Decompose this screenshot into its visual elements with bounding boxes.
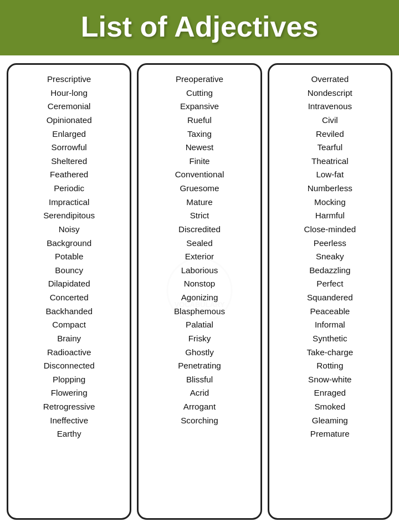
list-item: Ineffective xyxy=(50,414,88,428)
list-item: Periodic xyxy=(54,182,84,196)
list-item: Concerted xyxy=(50,291,89,305)
list-item: Cutting xyxy=(186,86,213,100)
list-item: Noisy xyxy=(59,223,80,237)
list-item: Take-charge xyxy=(307,346,354,360)
list-item: Agonizing xyxy=(181,291,218,305)
list-item: Hour-long xyxy=(50,86,88,100)
list-item: Strict xyxy=(190,209,209,223)
list-item: Newest xyxy=(186,141,214,155)
list-item: Backhanded xyxy=(45,305,92,319)
list-item: Bedazzling xyxy=(309,264,350,278)
list-item: Numberless xyxy=(308,182,352,196)
list-item: Penetrating xyxy=(178,359,221,373)
list-item: Compact xyxy=(52,318,86,332)
list-item: Expansive xyxy=(180,100,219,114)
list-item: Smoked xyxy=(314,400,345,414)
list-item: Gruesome xyxy=(180,182,219,196)
list-item: Synthetic xyxy=(313,332,347,346)
list-item: Peaceable xyxy=(310,305,350,319)
list-item: Reviled xyxy=(316,127,344,141)
list-item: Blissful xyxy=(186,373,213,387)
list-item: Brainy xyxy=(57,332,81,346)
list-item: Civil xyxy=(322,114,338,127)
list-item: Disconnected xyxy=(44,359,95,373)
list-item: Harmful xyxy=(315,209,345,223)
list-item: Preoperative xyxy=(176,73,223,86)
list-item: Sorrowful xyxy=(52,141,87,155)
list-item: Acrid xyxy=(190,386,209,400)
list-item: Snow-white xyxy=(308,373,352,387)
list-item: Sneaky xyxy=(316,250,344,264)
column-2: i VOCABULARY PreoperativeCuttingExpansiv… xyxy=(137,63,262,520)
list-item: Blasphemous xyxy=(174,305,225,319)
list-item: Informal xyxy=(315,318,345,332)
list-item: Radioactive xyxy=(47,346,91,360)
list-item: Flowering xyxy=(51,386,88,400)
list-item: Feathered xyxy=(50,168,88,182)
list-item: Retrogressive xyxy=(43,400,95,414)
list-item: Ceremonial xyxy=(48,100,91,114)
list-item: Dilapidated xyxy=(48,277,90,291)
column-3: OverratedNondescriptIntravenousCivilRevi… xyxy=(268,63,392,520)
list-item: Sheltered xyxy=(51,155,87,168)
list-item: Rueful xyxy=(187,114,212,127)
list-item: Nonstop xyxy=(184,277,216,291)
list-item: Low-fat xyxy=(316,168,344,182)
list-item: Impractical xyxy=(49,196,89,209)
list-item: Background xyxy=(47,237,91,250)
content-area: PrescriptiveHour-longCeremonialOpinionat… xyxy=(0,55,399,526)
list-item: Enlarged xyxy=(52,127,86,141)
list-item: Mocking xyxy=(314,196,346,209)
list-item: Taxing xyxy=(187,127,212,141)
list-item: Perfect xyxy=(316,277,343,291)
list-item: Theatrical xyxy=(311,155,349,168)
list-item: Finite xyxy=(189,155,209,168)
list-item: Arrogant xyxy=(183,400,216,414)
list-item: Overrated xyxy=(311,73,349,86)
list-item: Palatial xyxy=(186,318,213,332)
list-item: Squandered xyxy=(307,291,353,305)
list-item: Potable xyxy=(55,250,84,264)
list-item: Intravenous xyxy=(308,100,352,114)
list-item: Rotting xyxy=(316,359,343,373)
list-item: Sealed xyxy=(186,237,212,250)
list-item: Conventional xyxy=(175,168,224,182)
page-title: List of Adjectives xyxy=(81,10,319,43)
list-item: Earthy xyxy=(57,427,81,441)
list-item: Plopping xyxy=(53,373,85,387)
list-item: Peerless xyxy=(314,237,346,250)
list-item: Laborious xyxy=(181,264,218,278)
list-item: Nondescript xyxy=(308,86,352,100)
list-item: Scorching xyxy=(181,414,218,428)
list-item: Enraged xyxy=(314,386,346,400)
list-item: Opinionated xyxy=(47,114,92,127)
header: List of Adjectives xyxy=(0,0,399,55)
list-item: Exterior xyxy=(185,250,214,264)
list-item: Gleaming xyxy=(312,414,348,428)
list-item: Serendipitous xyxy=(43,209,95,223)
list-item: Premature xyxy=(310,427,350,441)
list-item: Ghostly xyxy=(185,346,214,360)
list-item: Prescriptive xyxy=(47,73,91,86)
list-item: Bouncy xyxy=(55,264,83,278)
list-item: Tearful xyxy=(318,141,343,155)
list-item: Frisky xyxy=(188,332,211,346)
column-1: PrescriptiveHour-longCeremonialOpinionat… xyxy=(7,63,131,520)
list-item: Discredited xyxy=(178,223,221,237)
list-item: Close-minded xyxy=(304,223,356,237)
list-item: Mature xyxy=(186,196,212,209)
